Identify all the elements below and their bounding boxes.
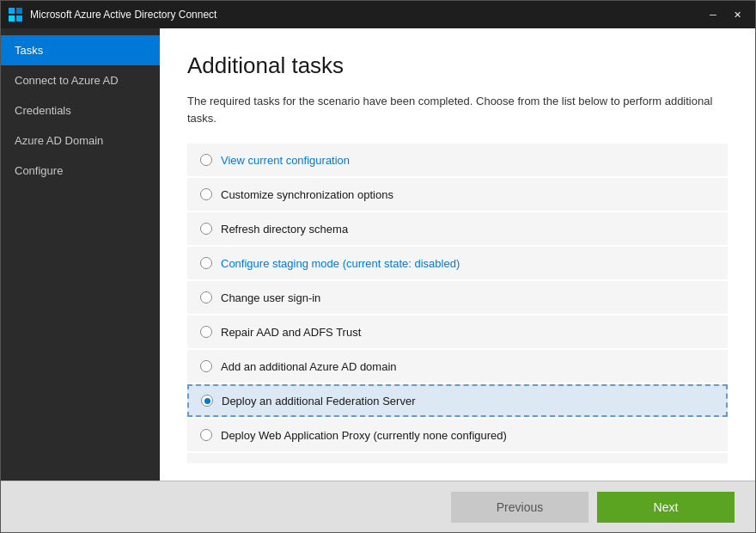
title-bar: Microsoft Azure Active Directory Connect… bbox=[1, 1, 755, 28]
app-icon bbox=[8, 7, 23, 22]
task-radio-change-signin bbox=[200, 291, 212, 303]
sidebar-item-connect-azure-ad[interactable]: Connect to Azure AD bbox=[1, 65, 160, 95]
close-button[interactable]: ✕ bbox=[726, 6, 748, 23]
description: The required tasks for the scenario have… bbox=[187, 93, 728, 126]
task-radio-deploy-federation bbox=[201, 395, 213, 407]
page-title: Additional tasks bbox=[187, 52, 728, 79]
task-label-staging-mode: Configure staging mode (current state: d… bbox=[221, 257, 460, 270]
task-label-view-config: View current configuration bbox=[221, 154, 350, 167]
task-item-view-config[interactable]: View current configuration bbox=[187, 144, 728, 176]
task-label-customize-sync: Customize synchronization options bbox=[221, 188, 393, 201]
sidebar-item-configure[interactable]: Configure bbox=[1, 156, 160, 186]
task-radio-view-config bbox=[200, 154, 212, 166]
task-label-add-azure-domain: Add an additional Azure AD domain bbox=[221, 360, 397, 373]
sidebar: Tasks Connect to Azure AD Credentials Az… bbox=[1, 28, 160, 481]
task-item-repair-aad[interactable]: Repair AAD and ADFS Trust bbox=[187, 316, 728, 348]
sidebar-item-credentials[interactable]: Credentials bbox=[1, 95, 160, 126]
task-label-deploy-proxy: Deploy Web Application Proxy (currently … bbox=[221, 429, 507, 442]
window-title: Microsoft Azure Active Directory Connect bbox=[30, 9, 702, 21]
task-label-repair-aad: Repair AAD and ADFS Trust bbox=[221, 326, 361, 339]
window-controls: ─ ✕ bbox=[702, 6, 748, 23]
svg-rect-1 bbox=[16, 8, 22, 14]
sidebar-item-tasks[interactable]: Tasks bbox=[1, 35, 160, 65]
main-content: Tasks Connect to Azure AD Credentials Az… bbox=[1, 28, 755, 481]
task-item-staging-mode[interactable]: Configure staging mode (current state: d… bbox=[187, 247, 728, 279]
task-radio-customize-sync bbox=[200, 188, 212, 200]
footer: Previous Next bbox=[1, 481, 755, 532]
task-item-deploy-proxy[interactable]: Deploy Web Application Proxy (currently … bbox=[187, 419, 728, 451]
task-label-verify-adfs: Verify ADFS Login bbox=[221, 463, 312, 464]
task-item-deploy-federation[interactable]: Deploy an additional Federation Server bbox=[187, 384, 728, 417]
main-window: Microsoft Azure Active Directory Connect… bbox=[0, 0, 756, 533]
task-label-deploy-federation: Deploy an additional Federation Server bbox=[222, 395, 415, 407]
task-item-verify-adfs[interactable]: Verify ADFS Login bbox=[187, 453, 728, 463]
svg-rect-0 bbox=[9, 8, 15, 14]
task-item-add-azure-domain[interactable]: Add an additional Azure AD domain bbox=[187, 350, 728, 383]
svg-rect-2 bbox=[9, 15, 15, 21]
task-radio-staging-mode bbox=[200, 257, 212, 269]
task-list: View current configuration Customize syn… bbox=[187, 144, 728, 463]
svg-rect-3 bbox=[16, 15, 22, 21]
task-radio-refresh-schema bbox=[200, 223, 212, 235]
next-button[interactable]: Next bbox=[597, 492, 735, 523]
sidebar-item-azure-ad-domain[interactable]: Azure AD Domain bbox=[1, 126, 160, 156]
task-radio-repair-aad bbox=[200, 326, 212, 338]
task-radio-add-azure-domain bbox=[200, 360, 212, 372]
task-item-customize-sync[interactable]: Customize synchronization options bbox=[187, 178, 728, 211]
minimize-button[interactable]: ─ bbox=[702, 6, 724, 23]
content-area: Additional tasks The required tasks for … bbox=[160, 28, 755, 481]
task-item-refresh-schema[interactable]: Refresh directory schema bbox=[187, 212, 728, 245]
task-item-change-signin[interactable]: Change user sign-in bbox=[187, 281, 728, 314]
task-label-change-signin: Change user sign-in bbox=[221, 291, 320, 304]
previous-button[interactable]: Previous bbox=[451, 492, 588, 523]
task-label-refresh-schema: Refresh directory schema bbox=[221, 223, 348, 236]
task-radio-deploy-proxy bbox=[200, 429, 212, 441]
